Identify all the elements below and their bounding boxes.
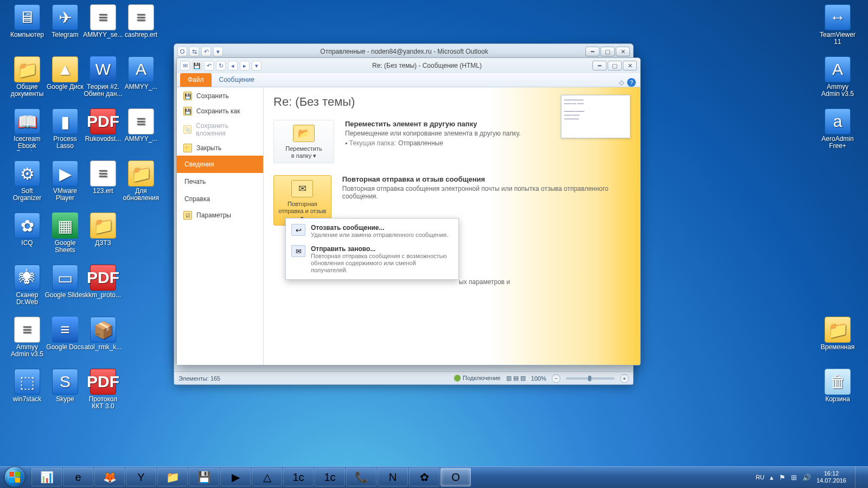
desktop-icon[interactable]: 📦atol_rmk_k...: [82, 317, 124, 351]
desktop-icon[interactable]: ▲Google Диск: [44, 56, 86, 91]
qat-more-icon[interactable]: ▾: [213, 47, 223, 56]
tray-expand-icon[interactable]: ▴: [770, 473, 774, 481]
desktop-icon[interactable]: 📁Временная: [817, 317, 858, 351]
desktop-icon[interactable]: ≡AMMYY_...: [120, 108, 162, 143]
desktop-icon[interactable]: ✿ICQ: [7, 213, 48, 247]
taskbar-item-media[interactable]: ▶: [220, 468, 251, 486]
tab-file[interactable]: Файл: [180, 73, 212, 87]
desktop-icon[interactable]: ↔TeamViewer 11: [817, 4, 858, 46]
tray-flag-icon[interactable]: ⚑: [779, 473, 786, 481]
desktop-icon[interactable]: AAMMYY_...: [120, 56, 162, 91]
desktop-icon[interactable]: PDFПротокол ККТ 3.0: [82, 369, 124, 410]
tray-clock[interactable]: 16:12 14.07.2016: [816, 470, 846, 484]
resend-recall-menu: ↩ Отозвать сообщение...Удаление или заме…: [285, 218, 459, 280]
taskbar-item-onenote[interactable]: N: [378, 468, 408, 486]
icon-label: AMMYY_...: [120, 136, 162, 143]
desktop-icon[interactable]: ▶VMware Player: [44, 160, 86, 202]
outer-close-button[interactable]: ✕: [616, 47, 630, 56]
taskbar-item-task-manager[interactable]: 📊: [31, 468, 62, 486]
taskbar-item-1c-a[interactable]: 1c: [283, 468, 314, 486]
taskbar-item-vlc[interactable]: △: [252, 468, 282, 486]
desktop-icon[interactable]: ✈Telegram: [44, 4, 86, 38]
desktop-icon[interactable]: 🗑Корзина: [817, 369, 858, 403]
start-button[interactable]: [0, 466, 29, 488]
icon-glyph: ≡: [128, 108, 154, 134]
taskbar-item-1c-b[interactable]: 1c: [315, 468, 345, 486]
desktop-icon[interactable]: SSkype: [44, 369, 86, 403]
move-to-folder-button[interactable]: 📂 Переместитьв папку ▾: [273, 120, 334, 163]
status-item-count: Элементы: 165: [178, 375, 220, 382]
desktop-icon[interactable]: ≡Ammyy Admin v3.5: [7, 317, 48, 358]
qat-undo-icon[interactable]: ↶: [201, 47, 211, 56]
desktop-icon[interactable]: ▭Google Slides: [44, 265, 86, 299]
menu-recall-message[interactable]: ↩ Отозвать сообщение...Удаление или заме…: [286, 221, 458, 242]
nav-help[interactable]: Справка: [177, 190, 263, 208]
inner-minimize-button[interactable]: ━: [592, 61, 607, 70]
nav-save-as[interactable]: 💾Сохранить как: [177, 104, 263, 119]
menu-resend-message[interactable]: ✉ Отправить заново...Повторная отправка …: [286, 242, 458, 277]
desktop-icon[interactable]: ▦Google Sheets: [44, 213, 86, 254]
desktop-icon[interactable]: WТеория #2. Обмен дан...: [82, 56, 124, 98]
icon-glyph: ✿: [14, 213, 40, 239]
desktop-icon[interactable]: 🖥Компьютер: [7, 4, 48, 38]
qat-prev-icon[interactable]: ◂: [228, 61, 238, 70]
desktop-icon[interactable]: 📖Icecream Ebook Reader: [7, 108, 48, 151]
tray-volume-icon[interactable]: 🔊: [802, 473, 811, 481]
qat-send-receive-icon[interactable]: ⇆: [189, 47, 199, 56]
qat-dropdown-icon[interactable]: ▾: [252, 61, 261, 70]
ribbon-collapse-icon[interactable]: ◇: [619, 79, 624, 86]
outer-minimize-button[interactable]: ━: [585, 47, 599, 56]
qat-undo2-icon[interactable]: ↶: [204, 61, 214, 70]
nav-close[interactable]: 📁Закрыть: [177, 140, 263, 156]
desktop-icon[interactable]: ≡Google Docs: [44, 317, 86, 351]
desktop-icon[interactable]: 🕷Сканер Dr.Web: [7, 265, 48, 306]
qat-next-icon[interactable]: ▸: [240, 61, 250, 70]
icon-label: cashrep.ert: [120, 31, 162, 38]
taskbar-item-outlook[interactable]: O: [441, 468, 471, 486]
desktop-icon[interactable]: ≡AMMYY_se...: [82, 4, 124, 38]
show-desktop-button[interactable]: [855, 466, 863, 488]
taskbar-item-ie[interactable]: e: [63, 468, 93, 486]
view-buttons[interactable]: ▥ ▤ ▧: [506, 375, 526, 382]
message-thumbnail[interactable]: ━━━━━━━━━━━━━━━━ ━━━ ━━━━━━━━━━━ ━━━━━━━…: [561, 95, 630, 138]
nav-info[interactable]: Сведения: [177, 156, 263, 173]
options-icon: ☑: [183, 211, 192, 220]
desktop-icon[interactable]: PDFRukovodst...: [82, 108, 124, 143]
nav-options[interactable]: ☑Параметры: [177, 208, 263, 223]
desktop-icon[interactable]: 📁Для обновления: [120, 160, 162, 202]
taskbar-item-yandex[interactable]: Y: [126, 468, 156, 486]
desktop-icon[interactable]: 📁ДЗТЗ: [82, 213, 124, 247]
desktop-icon[interactable]: 📁Общие документы: [7, 56, 48, 98]
tab-message[interactable]: Сообщение: [212, 73, 262, 87]
taskbar-item-viber[interactable]: 📞: [346, 468, 376, 486]
desktop-icon[interactable]: AAmmyy Admin v3.5: [817, 56, 858, 98]
taskbar-item-firefox[interactable]: 🦊: [94, 468, 125, 486]
taskbar-item-icq[interactable]: ✿: [409, 468, 439, 486]
desktop-icon[interactable]: ⬚win7stack: [7, 369, 48, 403]
nav-save[interactable]: 💾Сохранить: [177, 88, 263, 104]
qat-redo-icon[interactable]: ↻: [216, 61, 226, 70]
desktop-icon[interactable]: ≡cashrep.ert: [120, 4, 162, 38]
desktop-icon[interactable]: ▮Process Lasso: [44, 108, 86, 150]
zoom-out-button[interactable]: −: [552, 374, 560, 383]
taskbar-item-explorer[interactable]: 📁: [157, 468, 188, 486]
desktop-icon[interactable]: aAeroAdmin Free+: [817, 108, 858, 150]
zoom-in-button[interactable]: +: [620, 374, 629, 383]
icon-label: Компьютер: [7, 31, 48, 38]
tray-network-icon[interactable]: ⊞: [791, 473, 797, 481]
desktop-icon[interactable]: PDFkkm_proto...: [82, 265, 124, 299]
tray-language[interactable]: RU: [756, 474, 764, 480]
taskbar-item-save[interactable]: 💾: [189, 468, 219, 486]
help-icon[interactable]: ?: [627, 78, 636, 87]
icon-label: Протокол ККТ 3.0: [82, 396, 124, 410]
ribbon-tabs: Файл Сообщение ◇ ?: [177, 73, 640, 87]
inner-maximize-button[interactable]: ▢: [608, 61, 622, 70]
zoom-slider[interactable]: [566, 377, 615, 380]
inner-close-button[interactable]: ✕: [623, 61, 637, 70]
icon-glyph: ≡: [90, 4, 116, 30]
outer-maximize-button[interactable]: ▢: [601, 47, 615, 56]
nav-print[interactable]: Печать: [177, 173, 263, 190]
qat-save-icon[interactable]: 💾: [192, 61, 202, 70]
desktop-icon[interactable]: ⚙Soft Organizer: [7, 160, 48, 202]
desktop-icon[interactable]: ≡123.ert: [82, 160, 124, 195]
